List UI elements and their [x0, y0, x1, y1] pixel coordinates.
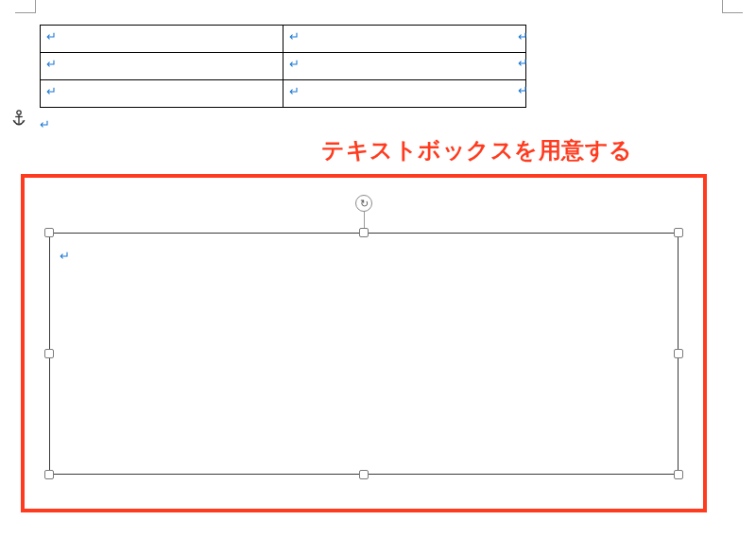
table-cell[interactable]: ↵ [284, 80, 526, 108]
word-table[interactable]: ↵ ↵ ↵ ↵ ↵ ↵ [40, 25, 526, 108]
resize-handle-top-middle[interactable] [359, 228, 369, 237]
resize-handle-middle-left[interactable] [44, 349, 54, 358]
resize-handle-top-left[interactable] [44, 228, 54, 237]
row-end-mark-icon: ↵ [518, 29, 528, 43]
resize-handle-top-right[interactable] [674, 228, 683, 237]
rotation-connector [364, 212, 365, 229]
svg-point-0 [17, 111, 21, 114]
textbox-body[interactable]: ↵ [49, 233, 679, 475]
paragraph-mark-icon: ↵ [60, 249, 70, 263]
annotation-label: テキストボックスを用意する [321, 135, 633, 165]
paragraph-mark-icon: ↵ [46, 29, 57, 43]
crop-mark-top-right [722, 0, 743, 13]
paragraph-mark-icon: ↵ [289, 29, 300, 43]
anchor-icon [12, 110, 26, 127]
row-end-mark-icon: ↵ [518, 83, 528, 97]
resize-handle-middle-right[interactable] [674, 349, 683, 358]
resize-handle-bottom-middle[interactable] [359, 470, 369, 479]
table-row[interactable]: ↵ ↵ [41, 26, 526, 53]
paragraph-mark-icon: ↵ [40, 117, 50, 131]
resize-handle-bottom-left[interactable] [44, 470, 54, 479]
rotation-handle[interactable]: ↻ [355, 195, 372, 212]
table-cell[interactable]: ↵ [41, 26, 284, 53]
table-cell[interactable]: ↵ [41, 53, 284, 80]
crop-mark-top-left [15, 0, 36, 13]
row-end-mark-icon: ↵ [518, 56, 528, 70]
textbox-shape[interactable]: ↵ ↻ [49, 233, 679, 475]
paragraph-mark-icon: ↵ [46, 84, 57, 98]
table-row[interactable]: ↵ ↵ [41, 80, 526, 108]
resize-handle-bottom-right[interactable] [674, 470, 683, 479]
table-cell[interactable]: ↵ [284, 53, 526, 80]
paragraph-mark-icon: ↵ [46, 57, 57, 71]
table-row[interactable]: ↵ ↵ [41, 53, 526, 80]
table-cell[interactable]: ↵ [284, 26, 526, 53]
table-cell[interactable]: ↵ [41, 80, 284, 108]
paragraph-mark-icon: ↵ [289, 84, 300, 98]
paragraph-mark-icon: ↵ [289, 57, 300, 71]
